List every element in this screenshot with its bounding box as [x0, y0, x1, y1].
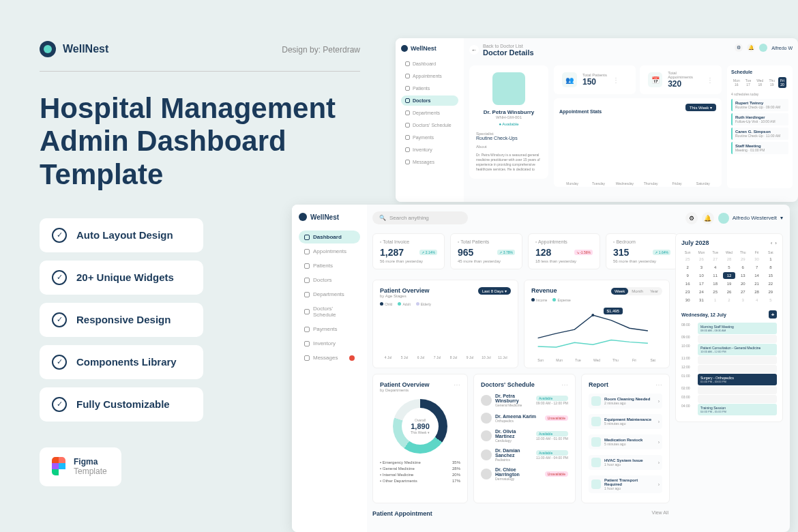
avatar[interactable] — [759, 44, 767, 52]
brand-name: WellNest — [63, 43, 108, 55]
chevron-down-icon: ▾ — [780, 215, 783, 221]
gear-icon[interactable]: ⚙ — [735, 44, 743, 52]
add-event-button[interactable]: + — [769, 310, 777, 319]
check-icon: ✓ — [52, 270, 67, 285]
calendar-icon: 📅 — [648, 72, 662, 87]
brand-logo-icon — [299, 213, 307, 221]
breadcrumb[interactable]: Back to Doctor List — [483, 44, 534, 48]
divider — [40, 71, 360, 72]
sidebar-item[interactable]: Payments — [401, 132, 458, 143]
more-icon[interactable]: ⋮ — [612, 76, 619, 84]
sidebar-item[interactable]: Doctors — [401, 95, 458, 106]
more-icon[interactable]: ⋯ — [454, 381, 460, 389]
feature-item: ✓20+ Unique Widgets — [40, 261, 203, 295]
line-chart — [531, 308, 662, 355]
sidebar-item[interactable]: Doctors — [299, 274, 360, 286]
sidebar-item[interactable]: Dashboard — [401, 59, 458, 69]
screenshot-dashboard: WellNest DashboardAppointmentsPatientsDo… — [292, 205, 790, 532]
search-input[interactable]: 🔍Search anything — [372, 211, 468, 224]
sidebar-item[interactable]: Patients — [299, 259, 360, 272]
feature-item: ✓Responsive Design — [40, 303, 203, 337]
user-menu[interactable]: Alfredo Westervelt▾ — [718, 213, 783, 224]
users-icon: 👥 — [562, 72, 577, 87]
sidebar-item[interactable]: Departments — [401, 108, 458, 118]
bell-icon[interactable]: 🔔 — [747, 44, 755, 52]
sidebar-item[interactable]: Messages — [401, 157, 458, 167]
period-selector[interactable]: This Week ▾ — [685, 104, 716, 111]
sidebar-item[interactable]: Inventory — [401, 145, 458, 155]
next-month-button[interactable]: › — [775, 240, 777, 246]
bell-icon[interactable]: 🔔 — [702, 212, 714, 224]
check-icon: ✓ — [52, 397, 67, 412]
check-icon: ✓ — [52, 228, 67, 243]
gear-icon[interactable]: ⚙ — [685, 212, 698, 224]
more-icon[interactable]: ⋯ — [655, 381, 662, 389]
sidebar-item[interactable]: Doctors' Schedule — [401, 120, 458, 130]
brand-logo-icon — [401, 45, 408, 52]
sidebar-item[interactable]: Doctors' Schedule — [299, 302, 360, 321]
check-icon: ✓ — [52, 312, 67, 327]
more-icon[interactable]: ⋯ — [561, 381, 568, 389]
avatar — [718, 213, 729, 224]
sidebar-item[interactable]: Messages — [299, 351, 360, 364]
sidebar-item[interactable]: Dashboard — [299, 231, 360, 243]
sidebar-item[interactable]: Inventory — [299, 337, 360, 350]
check-icon: ✓ — [52, 355, 67, 370]
search-icon: 🔍 — [379, 215, 386, 221]
brand-logo-icon — [40, 41, 56, 57]
sidebar-item[interactable]: Appointments — [299, 245, 360, 258]
page-title: Doctor Details — [483, 48, 534, 57]
chart-tooltip: $1,495 — [604, 308, 623, 314]
user-name[interactable]: Alfredo W — [771, 46, 793, 50]
design-by: Design by: Peterdraw — [282, 45, 360, 55]
back-button[interactable]: ← — [469, 45, 479, 55]
prev-month-button[interactable]: ‹ — [771, 240, 773, 246]
feature-item: ✓Auto Layout Design — [40, 218, 203, 252]
svg-point-0 — [591, 314, 594, 316]
screenshot-doctor-details: WellNest DashboardAppointmentsPatientsDo… — [396, 38, 798, 202]
feature-item: ✓Components Library — [40, 345, 203, 379]
period-selector[interactable]: Last 8 Days ▾ — [478, 287, 511, 295]
sidebar-item[interactable]: Departments — [299, 288, 360, 301]
tab-week[interactable]: Week — [611, 288, 628, 295]
sidebar-item[interactable]: Patients — [401, 83, 458, 93]
figma-badge: FigmaTemplate — [40, 447, 121, 486]
section-title: Patient Appointment — [372, 510, 432, 517]
brand: WellNest Design by: Peterdraw — [40, 41, 360, 57]
sidebar-item[interactable]: Payments — [299, 323, 360, 336]
sidebar-item[interactable]: Appointments — [401, 71, 458, 81]
view-all-link[interactable]: View All — [652, 510, 668, 515]
avatar — [492, 72, 525, 105]
figma-icon — [52, 457, 65, 476]
feature-item: ✓Fully Customizable — [40, 387, 203, 422]
headline: Hospital Management Admin Dashboard Temp… — [40, 92, 360, 191]
donut-chart: Overall1,890This Week ▾ — [393, 399, 447, 454]
status-badge: ● Available — [476, 122, 542, 126]
tab-year[interactable]: Year — [647, 288, 662, 295]
tab-month[interactable]: Month — [628, 288, 647, 295]
more-icon[interactable]: ⋮ — [707, 76, 713, 84]
